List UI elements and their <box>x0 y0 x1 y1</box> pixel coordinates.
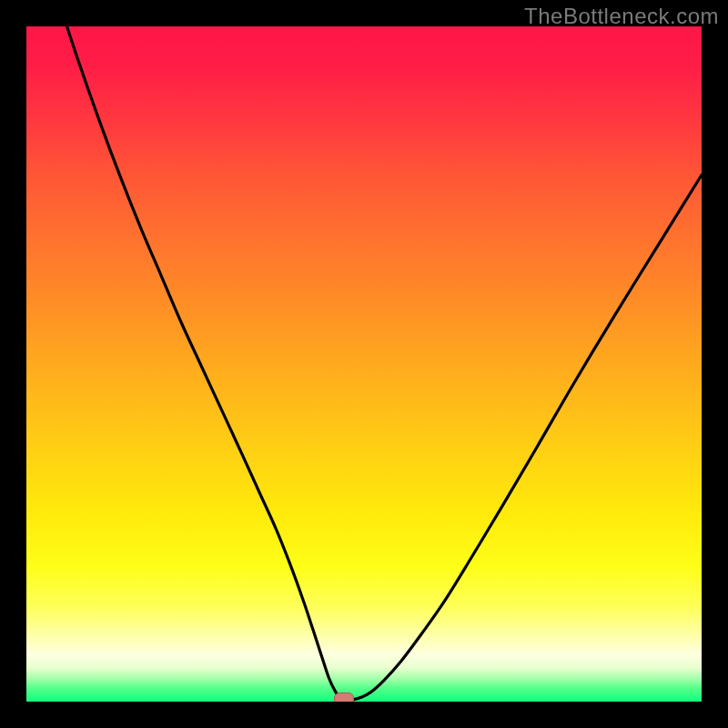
curve-path <box>67 26 702 701</box>
bottleneck-curve <box>26 26 702 702</box>
chart-frame: TheBottleneck.com <box>0 0 728 728</box>
optimum-marker <box>334 693 354 702</box>
watermark-text: TheBottleneck.com <box>524 4 719 29</box>
plot-area <box>26 26 702 702</box>
